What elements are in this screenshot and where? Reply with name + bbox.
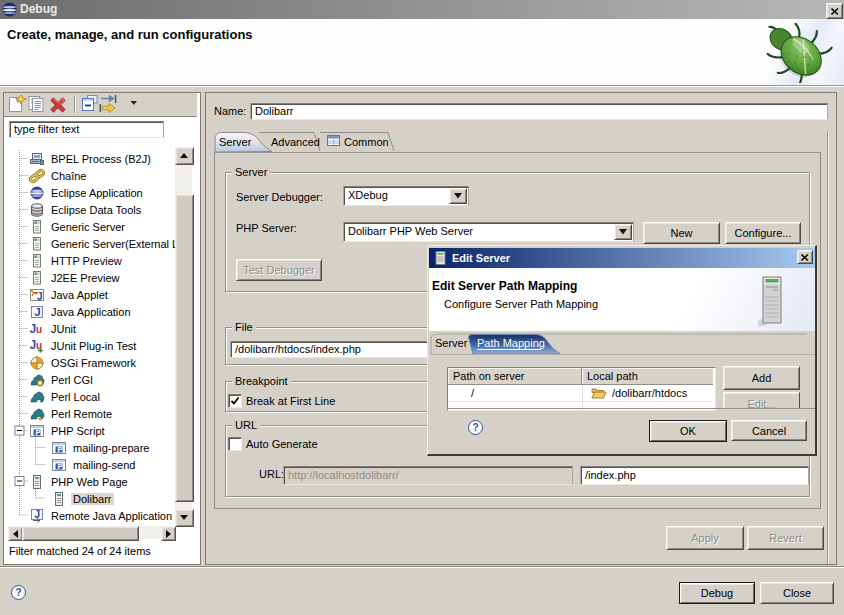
svg-text:P: P <box>36 427 41 436</box>
svg-text:J: J <box>35 509 41 520</box>
svg-text:J: J <box>37 290 43 301</box>
svg-text:Server: Server <box>435 337 468 349</box>
svg-text:Common: Common <box>344 136 389 148</box>
svg-text:Advanced: Advanced <box>271 136 320 148</box>
svg-text:Server: Server <box>219 136 252 148</box>
svg-text:P: P <box>58 461 63 470</box>
svg-text:P: P <box>58 444 63 453</box>
svg-text:Path Mapping: Path Mapping <box>477 337 545 349</box>
svg-text:J: J <box>35 306 41 318</box>
svg-text:u: u <box>36 324 42 335</box>
